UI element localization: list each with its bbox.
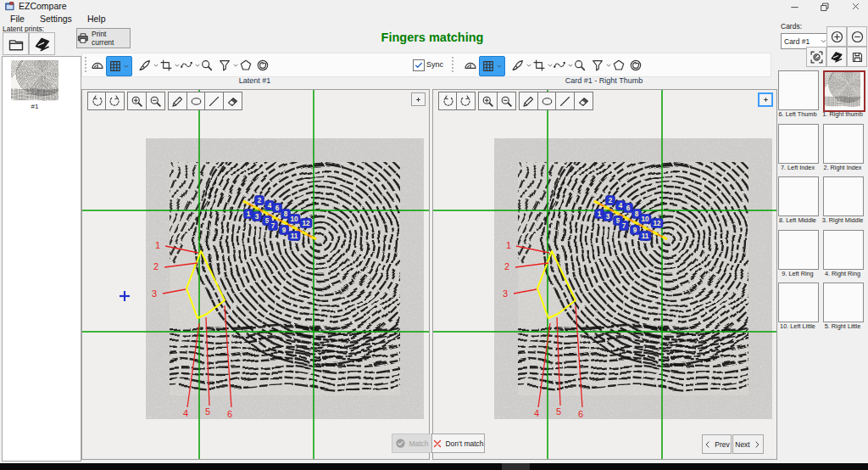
latent-eraser-button[interactable]	[223, 92, 242, 110]
crop-icon	[159, 59, 173, 72]
prev-button[interactable]: Prev	[702, 434, 732, 454]
latent-pencil-button[interactable]	[168, 92, 187, 110]
ezcompare-window: EZCompare FileSettingsHelp Latent prints…	[0, 0, 868, 470]
crop-icon	[532, 59, 546, 72]
minutiae-marker[interactable]: 11	[288, 232, 300, 241]
minutiae-marker[interactable]: 2	[606, 196, 615, 205]
minutiae-marker[interactable]: 3	[604, 212, 613, 221]
grid-icon	[108, 59, 122, 73]
brush-icon	[138, 59, 152, 72]
toolbar-grid-button[interactable]	[106, 56, 132, 76]
card-ellipse-button[interactable]	[537, 92, 557, 110]
minutiae-marker[interactable]: 10	[639, 215, 651, 224]
tiny-plus-icon	[762, 96, 770, 104]
chevron-right-icon	[753, 440, 761, 449]
latent-ellipse-button[interactable]	[186, 92, 206, 110]
print-current-label: Print current	[92, 30, 130, 47]
finger-card-2-right-index[interactable]	[823, 124, 864, 164]
region-label: 1	[506, 240, 511, 250]
region-label: 3	[152, 288, 157, 299]
minutiae-marker[interactable]: 7	[269, 221, 278, 231]
menu-settings[interactable]: Settings	[33, 13, 79, 25]
svg-text:4: 4	[619, 202, 623, 210]
minutiae-marker[interactable]: 10	[288, 215, 300, 224]
toolbar-spiral-button[interactable]	[254, 56, 271, 75]
minutiae-marker[interactable]: 9	[631, 226, 640, 235]
print-current-button[interactable]: Print current	[76, 28, 131, 48]
latent-thumbnail[interactable]	[11, 60, 58, 101]
minimize-button[interactable]	[782, 0, 807, 13]
zoom-out-icon	[149, 95, 162, 108]
latent-rotate-cw-button[interactable]	[105, 92, 125, 110]
sync-label: Sync	[426, 60, 443, 69]
line-icon	[559, 95, 571, 108]
minutiae-marker[interactable]: 11	[639, 232, 651, 241]
card-pencil-button[interactable]	[519, 92, 538, 110]
scanner-icon	[34, 36, 51, 53]
toolbar-polygon-button[interactable]	[237, 56, 254, 75]
minutiae-marker[interactable]: 9	[280, 226, 289, 235]
minutiae-marker[interactable]: 6	[624, 204, 633, 213]
finger-card-6-left-thumb[interactable]	[778, 70, 819, 110]
finger-card-8-left-middle[interactable]	[778, 176, 819, 216]
chevron-left-icon	[704, 440, 712, 449]
finger-card-label: 4. Right Ring	[816, 270, 868, 277]
menu-help[interactable]: Help	[81, 13, 113, 25]
maximize-button[interactable]	[812, 0, 837, 13]
latent-canvas[interactable]: 123456123456789101112	[82, 90, 429, 459]
remove-card-button[interactable]	[847, 26, 867, 47]
minutiae-marker[interactable]: 6	[273, 204, 282, 213]
finger-card-3-right-middle[interactable]	[823, 176, 864, 216]
scan-latent-button[interactable]	[29, 32, 55, 55]
svg-text:9: 9	[282, 227, 287, 234]
card-rotate-ccw-button[interactable]	[438, 92, 458, 110]
finger-card-9-left-ring[interactable]	[778, 230, 819, 270]
minutiae-marker[interactable]: 1	[595, 210, 604, 219]
sync-checkbox[interactable]	[413, 59, 425, 71]
latent-expand-button[interactable]	[411, 92, 426, 106]
app-icon	[5, 2, 14, 11]
toolbar-grid-button[interactable]	[479, 56, 505, 76]
dont-match-button[interactable]: Don't match	[431, 434, 485, 453]
svg-text:10: 10	[290, 215, 298, 223]
latent-rotate-ccw-button[interactable]	[87, 92, 107, 110]
minutiae-marker[interactable]: 12	[651, 219, 663, 228]
menu-bar: FileSettingsHelp	[3, 13, 112, 25]
add-card-button[interactable]	[826, 26, 847, 47]
minutiae-marker[interactable]: 7	[620, 221, 629, 231]
region-label: 6	[227, 409, 232, 419]
minutiae-marker[interactable]: 3	[253, 212, 262, 221]
minutiae-marker[interactable]: 12	[300, 219, 312, 228]
toolbar-spiral-button[interactable]	[627, 56, 644, 75]
next-button[interactable]: Next	[732, 434, 764, 454]
open-latent-button[interactable]	[3, 32, 29, 55]
minutiae-marker[interactable]: 1	[244, 210, 253, 219]
latent-thumbnail-label: #1	[11, 103, 58, 110]
latent-zoom-in-button[interactable]	[127, 92, 147, 110]
finger-card-1-right-thumb[interactable]	[823, 70, 865, 112]
menu-file[interactable]: File	[3, 13, 31, 25]
match-button[interactable]: Match	[392, 434, 432, 453]
card-line-button[interactable]	[555, 92, 575, 110]
region-label: 6	[578, 409, 583, 419]
minutiae-marker[interactable]: 2	[255, 196, 264, 205]
toolbar-magnifier-button[interactable]	[198, 56, 215, 75]
match-label: Match	[409, 439, 428, 448]
toolbar-magnifier-button[interactable]	[571, 56, 588, 75]
finger-card-7-left-index[interactable]	[778, 124, 819, 164]
card-eraser-button[interactable]	[574, 92, 593, 110]
finger-card-4-right-ring[interactable]	[823, 230, 864, 270]
finger-card-5-right-little[interactable]	[823, 283, 864, 322]
chevron-right-icon	[753, 440, 761, 449]
card-canvas[interactable]: 123456123456789101112	[433, 90, 776, 459]
card-rotate-cw-button[interactable]	[456, 92, 476, 110]
card-zoom-in-button[interactable]	[478, 92, 498, 110]
toolbar-polygon-button[interactable]	[610, 56, 627, 75]
card-zoom-out-button[interactable]	[497, 92, 516, 110]
close-button[interactable]	[843, 0, 868, 13]
card-expand-button[interactable]	[758, 92, 773, 107]
latent-panel: 123456123456789101112	[81, 89, 430, 460]
latent-zoom-out-button[interactable]	[146, 92, 165, 110]
finger-card-10-left-little[interactable]	[778, 283, 819, 322]
latent-line-button[interactable]	[204, 92, 224, 110]
